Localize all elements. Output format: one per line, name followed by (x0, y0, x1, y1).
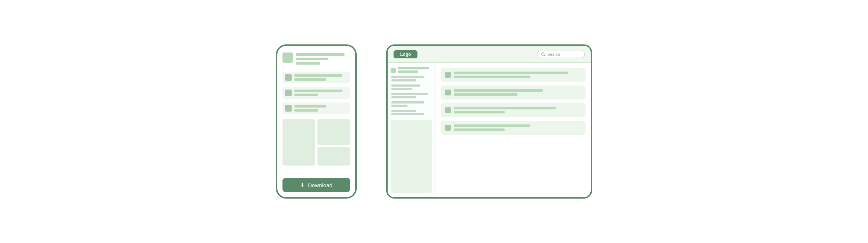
phone-header-lines (296, 52, 350, 65)
sib-line (398, 67, 429, 69)
phone-header (282, 52, 350, 67)
mc-line (454, 93, 517, 96)
mc-line (454, 107, 556, 109)
tablet-main (435, 63, 591, 197)
pli-line-1 (294, 90, 342, 92)
main-card-header (445, 72, 581, 78)
phone-mockup: ⬇ Download (276, 44, 357, 199)
phone-content (282, 52, 350, 174)
phone-grid-cell-br (317, 147, 350, 166)
phone-header-line-1 (296, 53, 345, 56)
pli-line-1 (294, 74, 342, 77)
pli-line-2 (294, 94, 318, 96)
sidebar-item (391, 67, 432, 73)
phone-list-icon (285, 105, 292, 112)
tablet-mockup: Logo Search (386, 44, 592, 199)
main-card-icon (445, 107, 451, 113)
mc-line (454, 124, 530, 127)
phone-grid-cell-tall (282, 119, 315, 166)
mc-line (454, 111, 505, 113)
main-card (441, 86, 586, 99)
sidebar-big-block (391, 120, 432, 193)
sidebar-text-block (391, 93, 432, 98)
download-label: Download (308, 182, 332, 188)
scene: ⬇ Download Logo Search (0, 0, 868, 243)
sidebar-item-lines (398, 67, 432, 73)
phone-list-icon (285, 74, 292, 81)
main-card-header (445, 89, 581, 96)
mc-line (454, 89, 543, 92)
sidebar-text-block (391, 76, 432, 81)
sidebar-text-block (391, 84, 432, 90)
sbo-line (391, 79, 416, 81)
sbo-line (391, 93, 428, 95)
phone-list-item (282, 102, 350, 114)
phone-grid (282, 119, 350, 174)
pli-line-1 (294, 105, 326, 108)
download-button[interactable]: ⬇ Download (282, 178, 350, 192)
sbo-line (391, 96, 416, 98)
phone-list-item (282, 72, 350, 83)
sib-line (398, 70, 418, 73)
sbo-line (391, 88, 412, 90)
main-card (441, 121, 586, 135)
pli-line-2 (294, 109, 318, 112)
sidebar-icon (391, 68, 396, 73)
phone-list-item (282, 87, 350, 99)
sbo-line (391, 110, 416, 112)
mc-line (454, 128, 505, 131)
tablet-topbar: Logo Search (388, 46, 591, 63)
tablet-sidebar (388, 63, 435, 197)
sbo-line (391, 76, 424, 78)
main-card-icon (445, 90, 451, 95)
phone-header-line-2 (296, 58, 328, 60)
sbo-line (391, 101, 424, 104)
sbo-line (391, 113, 424, 115)
mc-line (454, 76, 530, 78)
download-icon: ⬇ (300, 182, 305, 188)
svg-point-0 (542, 52, 544, 55)
svg-line-1 (544, 55, 545, 56)
phone-avatar (282, 52, 293, 63)
main-card-title (454, 124, 581, 131)
phone-list-lines (294, 105, 348, 112)
tablet-logo: Logo (394, 50, 417, 58)
pli-line-2 (294, 78, 326, 81)
main-card-header (445, 107, 581, 113)
mc-line (454, 72, 568, 74)
main-card-icon (445, 72, 451, 78)
phone-list-icon (285, 90, 292, 96)
search-icon (541, 52, 545, 57)
main-card-icon (445, 125, 451, 131)
phone-list-lines (294, 74, 348, 81)
main-card (441, 103, 586, 117)
phone-header-line-3 (296, 62, 320, 65)
main-card (441, 68, 586, 82)
main-card-title (454, 107, 581, 113)
tablet-search-bar[interactable]: Search (537, 51, 585, 58)
phone-grid-cell-tr (317, 119, 350, 145)
main-card-header (445, 124, 581, 131)
main-card-title (454, 89, 581, 96)
sidebar-text-block (391, 110, 432, 115)
search-placeholder: Search (547, 52, 560, 57)
sbo-line (391, 84, 420, 87)
main-card-title (454, 72, 581, 78)
phone-list-lines (294, 90, 348, 96)
sbo-line (391, 105, 408, 107)
sidebar-text-block (391, 101, 432, 107)
tablet-body (388, 63, 591, 197)
